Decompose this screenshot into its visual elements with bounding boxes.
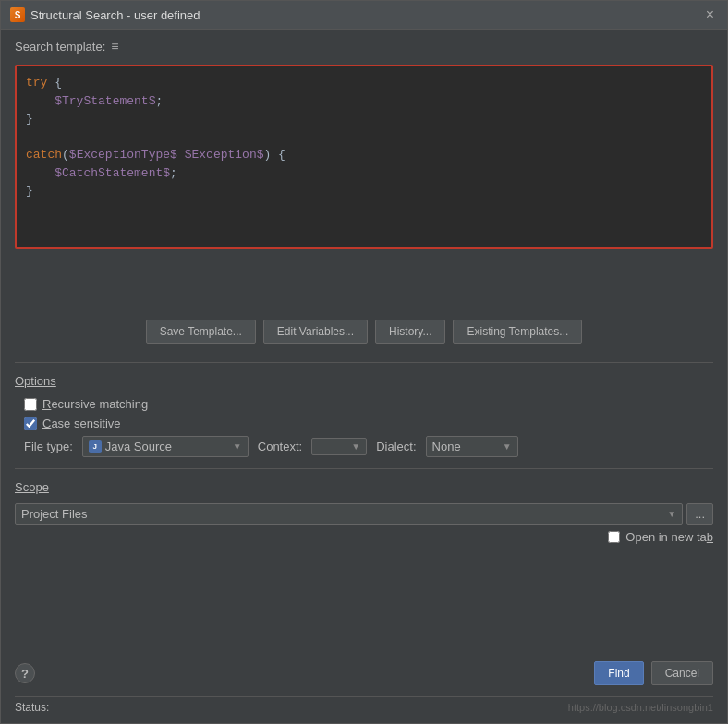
dialect-label: Dialect: (376, 440, 416, 453)
scope-title: Scope (15, 480, 713, 494)
divider-1 (15, 362, 713, 363)
open-new-tab-label: Open in new tab (625, 530, 713, 544)
spacer (15, 551, 713, 646)
context-dropdown[interactable]: ▼ (311, 438, 367, 455)
search-template-label: Search template: (15, 40, 105, 54)
options-section: Options Recursive matching Case sensitiv… (15, 374, 713, 457)
context-label: Context: (258, 440, 302, 453)
code-line-3: } (26, 110, 702, 128)
java-source-icon: J (89, 440, 102, 453)
app-icon: S (10, 7, 25, 22)
scope-dropdown[interactable]: Project Files ▼ (15, 503, 683, 525)
code-editor[interactable]: try { $TryStatement$; } catch($Exception… (15, 65, 713, 249)
scope-ellipsis-button[interactable]: ... (686, 503, 713, 525)
title-bar-left: S Structural Search - user defined (10, 7, 200, 22)
dialect-dropdown[interactable]: None ▼ (426, 436, 518, 457)
title-bar: S Structural Search - user defined × (1, 1, 727, 30)
code-line-5: catch($ExceptionType$ $Exception$) { (26, 146, 702, 164)
case-sensitive-row: Case sensitive (15, 416, 713, 430)
open-tab-row: Open in new tab (15, 530, 713, 544)
code-line-1: try { (26, 74, 702, 92)
history-button[interactable]: History... (375, 320, 445, 344)
edit-variables-button[interactable]: Edit Variables... (263, 320, 368, 344)
scope-caret-icon: ▼ (667, 509, 676, 519)
find-cancel-buttons: Find Cancel (594, 661, 713, 685)
file-type-row: File type: J Java Source ▼ Context: ▼ Di… (15, 436, 713, 457)
recursive-matching-label: Recursive matching (42, 397, 148, 411)
code-line-6: $CatchStatement$; (26, 164, 702, 183)
close-button[interactable]: × (702, 6, 718, 24)
code-line-7: } (26, 182, 702, 200)
dialect-value: None (432, 440, 461, 453)
scope-row: Project Files ▼ ... (15, 503, 713, 525)
case-sensitive-checkbox[interactable] (24, 417, 37, 430)
context-caret-icon: ▼ (351, 441, 360, 452)
recursive-matching-checkbox[interactable] (24, 398, 37, 411)
dialog-title: Structural Search - user defined (30, 8, 200, 22)
structural-search-dialog: S Structural Search - user defined × Sea… (0, 0, 728, 724)
action-buttons-row: Save Template... Edit Variables... Histo… (15, 312, 713, 351)
divider-2 (15, 468, 713, 469)
options-title: Options (15, 374, 713, 388)
scope-section: Scope Project Files ▼ ... Open in new ta… (15, 480, 713, 544)
template-menu-icon[interactable]: ≡ (111, 39, 118, 54)
code-line-4 (26, 128, 702, 147)
find-button[interactable]: Find (594, 661, 643, 685)
file-type-caret-icon: ▼ (233, 441, 242, 452)
open-new-tab-checkbox[interactable] (608, 531, 620, 543)
scope-value: Project Files (21, 507, 88, 521)
recursive-matching-row: Recursive matching (15, 397, 713, 411)
bottom-row: ? Find Cancel (15, 654, 713, 689)
search-template-row: Search template: ≡ (15, 39, 713, 54)
status-label: Status: (15, 701, 49, 714)
help-button[interactable]: ? (15, 663, 35, 683)
url-text: https://blog.csdn.net/linsongbin1 (568, 702, 713, 713)
file-type-value: Java Source (105, 440, 172, 453)
file-type-dropdown[interactable]: J Java Source ▼ (82, 436, 249, 457)
status-bar: Status: https://blog.csdn.net/linsongbin… (15, 696, 713, 714)
existing-templates-button[interactable]: Existing Templates... (453, 320, 582, 344)
code-editor-wrapper: try { $TryStatement$; } catch($Exception… (15, 65, 713, 305)
case-sensitive-label: Case sensitive (42, 416, 121, 430)
cancel-button[interactable]: Cancel (651, 661, 713, 685)
dialog-content: Search template: ≡ try { $TryStatement$;… (1, 30, 727, 723)
save-template-button[interactable]: Save Template... (146, 320, 256, 344)
code-line-2: $TryStatement$; (26, 92, 702, 111)
dialect-caret-icon: ▼ (503, 441, 512, 452)
file-type-label: File type: (24, 440, 73, 453)
